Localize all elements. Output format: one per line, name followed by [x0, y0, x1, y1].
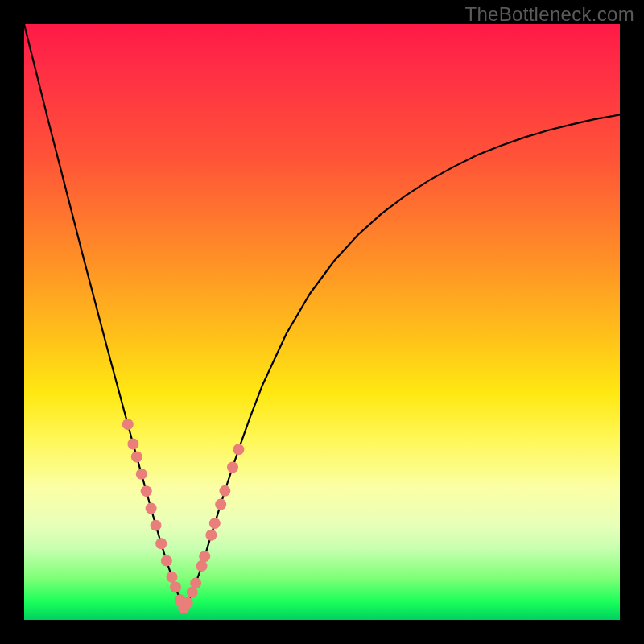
highlight-dot: [122, 419, 134, 430]
bottleneck-curve: [24, 24, 620, 608]
curve-highlight-dots: [122, 419, 245, 613]
highlight-dot: [227, 462, 238, 473]
highlight-dot: [182, 597, 193, 609]
highlight-dot: [205, 530, 217, 541]
highlight-dot: [155, 538, 167, 549]
highlight-dot: [215, 498, 226, 510]
highlight-dot: [141, 485, 152, 497]
watermark-text: TheBottleneck.com: [464, 3, 634, 26]
highlight-dot: [131, 452, 142, 463]
highlight-dot: [170, 581, 181, 592]
highlight-dot: [127, 439, 138, 450]
highlight-dot: [146, 502, 157, 514]
highlight-dot: [219, 485, 230, 497]
highlight-dot: [199, 551, 210, 562]
highlight-dot: [209, 518, 221, 529]
chart-plot-area: [24, 24, 620, 620]
highlight-dot: [190, 577, 201, 588]
highlight-dot: [167, 572, 178, 583]
chart-svg: [24, 24, 620, 620]
highlight-dot: [233, 444, 244, 455]
highlight-dot: [161, 555, 172, 567]
highlight-dot: [136, 469, 147, 480]
highlight-dot: [151, 520, 162, 531]
highlight-dot: [196, 560, 208, 572]
